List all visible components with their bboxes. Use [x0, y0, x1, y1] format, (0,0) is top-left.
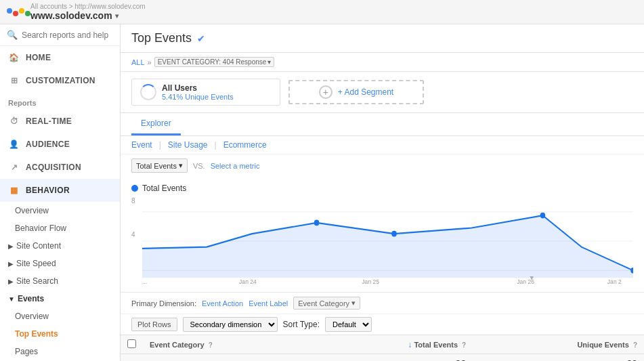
explorer-tabs: Explorer	[121, 113, 644, 136]
sidebar-item-behavior[interactable]: ▦ BEHAVIOR	[0, 179, 120, 202]
th-checkbox	[121, 335, 143, 354]
legend-label: Total Events	[142, 184, 186, 193]
th-unique-events: Unique Events ?	[473, 335, 644, 354]
svg-text:Jan 25: Jan 25	[362, 278, 379, 285]
help-icon-unique[interactable]: ?	[633, 341, 637, 349]
plot-rows-button[interactable]: Plot Rows	[131, 318, 177, 331]
google-logo	[7, 8, 30, 16]
table-header-row: Event Category ? ↓ Total Events ? Unique…	[121, 335, 644, 354]
svg-marker-3	[142, 215, 633, 278]
sort-type-select[interactable]: Default	[325, 317, 372, 332]
arrow-icon: ↗	[8, 161, 20, 173]
top-bar-text: All accounts > http://www.solodev.com ww…	[30, 3, 146, 21]
th-total-events: ↓ Total Events ?	[301, 335, 473, 354]
legend-dot	[131, 185, 138, 192]
select-all-checkbox[interactable]	[127, 339, 136, 348]
chevron-right-icon-speed: ▶	[8, 260, 14, 268]
sidebar-events[interactable]: ▼ Events	[0, 290, 120, 307]
site-name[interactable]: www.solodev.com ▾	[30, 10, 146, 21]
segment-all-users[interactable]: All Users 5.41% Unique Events	[131, 79, 280, 106]
secondary-dimension-select[interactable]: Secondary dimension	[183, 317, 278, 332]
chevron-right-icon: ▶	[8, 242, 14, 250]
sort-arrow-down: ↓	[408, 340, 412, 349]
sidebar-top-events[interactable]: Top Events	[0, 325, 120, 343]
svg-text:Jan 2: Jan 2	[607, 278, 622, 285]
sidebar-item-realtime[interactable]: ⏱ REAL-TIME	[0, 110, 120, 133]
vs-label: VS.	[193, 162, 205, 170]
page-title: Top Events	[131, 31, 192, 45]
event-action-link[interactable]: Event Action	[202, 299, 243, 307]
sidebar-item-acquisition[interactable]: ↗ ACQUISITION	[0, 156, 120, 179]
sort-type-label: Sort Type:	[283, 320, 320, 329]
dimension-bar: Primary Dimension: Event Action Event La…	[121, 292, 644, 314]
verified-badge: ✔	[197, 33, 205, 44]
search-bar[interactable]: 🔍	[0, 24, 120, 46]
y-label-8: 8	[131, 197, 135, 205]
sidebar-item-audience[interactable]: 👤 AUDIENCE	[0, 133, 120, 156]
event-label-link[interactable]: Event Label	[249, 299, 288, 307]
reports-section-label: Reports	[0, 92, 120, 110]
person-icon: 👤	[8, 138, 20, 150]
sidebar-item-home[interactable]: 🏠 HOME	[0, 46, 120, 69]
help-icon-total[interactable]: ?	[462, 341, 466, 349]
sidebar-site-content[interactable]: ▶ Site Content	[0, 237, 120, 255]
main-content: Top Events ✔ ALL » EVENT CATEGORY: 404 R…	[121, 24, 644, 361]
chevron-down-icon-events: ▼	[8, 295, 15, 303]
sidebar-pages[interactable]: Pages	[0, 343, 120, 360]
metric-dropdown[interactable]: Total Events ▾	[131, 158, 188, 173]
breadcrumb-all[interactable]: ALL	[131, 58, 145, 66]
totals-total-events: 22 % of Total: 5.73% (384)	[301, 354, 473, 362]
select-metric-link[interactable]: Select a metric	[211, 162, 260, 170]
tab-ecommerce[interactable]: Ecommerce	[223, 140, 267, 150]
tab-site-usage[interactable]: Site Usage	[168, 140, 208, 150]
table-totals-row: 22 % of Total: 5.73% (384) 20 % of Total…	[121, 354, 644, 362]
breadcrumb-topbar: All accounts > http://www.solodev.com	[30, 3, 146, 10]
breadcrumb-arrow: »	[148, 58, 152, 66]
content-header: Top Events ✔	[121, 24, 644, 53]
tab-explorer[interactable]: Explorer	[131, 113, 181, 135]
clock-icon: ⏱	[8, 115, 20, 127]
breadcrumb-category-dropdown[interactable]: EVENT CATEGORY: 404 Response ▾	[154, 57, 275, 67]
chart-legend: Total Events	[131, 184, 633, 193]
sidebar-events-overview[interactable]: Overview	[0, 307, 120, 325]
home-icon: 🏠	[8, 51, 20, 64]
svg-point-6	[540, 213, 546, 219]
grid-icon: ▦	[8, 184, 20, 196]
chart-controls: Total Events ▾ VS. Select a metric	[121, 154, 644, 177]
site-dropdown-arrow[interactable]: ▾	[115, 12, 119, 20]
svg-point-5	[391, 231, 397, 237]
chart-svg: ... Jan 24 Jan 25 Jan 26 Jan 2	[142, 197, 633, 285]
segment-sub: 5.41% Unique Events	[162, 93, 234, 101]
search-icon: 🔍	[7, 30, 18, 40]
breadcrumb-bar: ALL » EVENT CATEGORY: 404 Response ▾	[121, 53, 644, 72]
segment-name: All Users	[162, 83, 234, 93]
data-table: Event Category ? ↓ Total Events ? Unique…	[121, 335, 644, 361]
sidebar-site-search[interactable]: ▶ Site Search	[0, 272, 120, 290]
chevron-right-icon-search: ▶	[8, 278, 14, 285]
chart-area: Total Events 8 4	[121, 177, 644, 292]
add-segment-button[interactable]: + + Add Segment	[288, 80, 424, 104]
primary-dimension-label: Primary Dimension:	[131, 299, 196, 307]
sidebar-sub-overview[interactable]: Overview	[0, 202, 120, 219]
top-bar: All accounts > http://www.solodev.com ww…	[0, 0, 644, 24]
customization-icon: ⊞	[8, 75, 20, 87]
svg-point-4	[314, 220, 320, 226]
segment-info: All Users 5.41% Unique Events	[162, 83, 234, 101]
chart-subtabs: Event | Site Usage | Ecommerce	[121, 136, 644, 154]
sidebar-sub-behavior-flow[interactable]: Behavior Flow	[0, 219, 120, 237]
tab-event[interactable]: Event	[131, 140, 152, 150]
totals-label	[143, 354, 301, 362]
table-controls: Plot Rows Secondary dimension Sort Type:…	[121, 314, 644, 335]
th-event-category: Event Category ?	[143, 335, 301, 354]
svg-text:...: ...	[142, 278, 147, 285]
help-icon-category[interactable]: ?	[209, 341, 213, 349]
search-input[interactable]	[22, 30, 113, 40]
sidebar: 🔍 🏠 HOME ⊞ CUSTOMIZATION Reports ⏱ REAL-…	[0, 24, 121, 361]
sidebar-item-customization[interactable]: ⊞ CUSTOMIZATION	[0, 69, 120, 92]
event-category-dropdown[interactable]: Event Category ▾	[293, 297, 360, 310]
segment-spinner	[140, 84, 156, 100]
sidebar-site-speed[interactable]: ▶ Site Speed	[0, 255, 120, 272]
chart-container: 8 4 ...	[131, 197, 633, 285]
svg-text:Jan 24: Jan 24	[239, 278, 257, 285]
totals-unique-events: 20 % of Total: 5.41% (370)	[473, 354, 644, 362]
